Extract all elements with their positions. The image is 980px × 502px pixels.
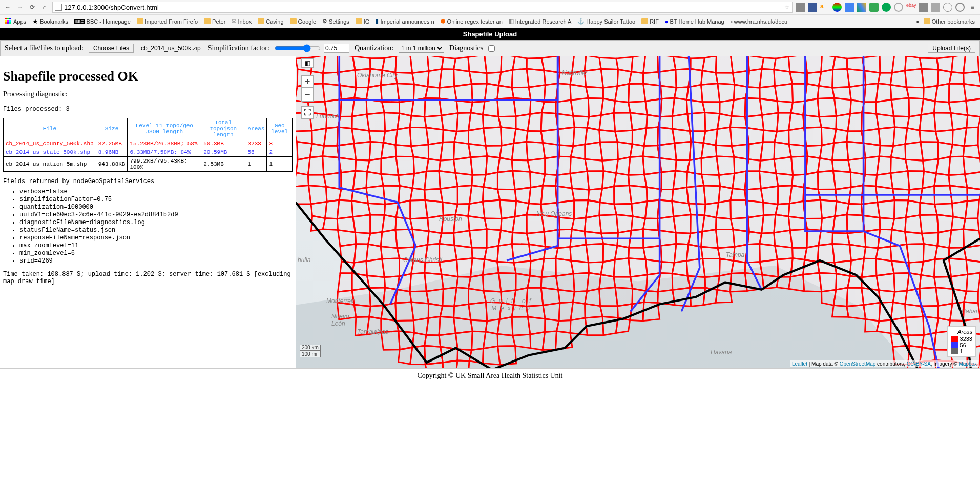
bookmark-item[interactable]: ▫www.hra.nhs.uk/docu xyxy=(728,17,789,26)
bookmark-label: Settings xyxy=(329,18,349,25)
bookmark-item[interactable]: BBCBBC - Homepage xyxy=(72,17,133,26)
bookmark-item[interactable]: ◧Integrated Research A xyxy=(507,17,573,26)
field-item: min_zoomlevel=6 xyxy=(19,250,293,257)
table-cell: 20.59MB xyxy=(201,148,245,157)
back-icon[interactable]: ← xyxy=(3,3,12,12)
map-label: Tampa xyxy=(726,251,744,258)
osm-link[interactable]: OpenStreetMap xyxy=(840,361,876,367)
bookmark-item[interactable]: ✉Inbox xyxy=(230,17,254,26)
legend-label: 1 xyxy=(960,348,963,354)
quantization-select[interactable]: 1 in 1 million xyxy=(399,44,444,53)
field-item: uuidV1=cfe60ec3-2c6e-441c-9029-ea2d8841b… xyxy=(19,211,293,218)
drive-icon[interactable] xyxy=(857,3,866,12)
ebay-icon[interactable]: ebay xyxy=(906,3,915,12)
bookmark-item[interactable]: ▮Imperial announces n xyxy=(373,17,436,26)
map-label: Houston xyxy=(439,215,462,223)
zoom-in-button[interactable]: + xyxy=(301,75,314,88)
reload-icon[interactable]: ⟳ xyxy=(28,3,37,12)
map-label: Bahar xyxy=(962,308,978,315)
results-pane: Shapefile processed OK Processing diagno… xyxy=(0,56,296,368)
map-label: huila xyxy=(298,256,310,264)
legend-label: 3233 xyxy=(960,336,972,342)
table-cell: 56 xyxy=(245,148,267,157)
result-table: FileSizeLevel 11 topo/geo JSON lengthTot… xyxy=(3,118,293,172)
fields-returned-label: Fields returned by nodeGeoSpatialService… xyxy=(3,178,293,185)
map-overlay xyxy=(296,56,980,368)
ext-icon[interactable] xyxy=(882,3,891,12)
bookmark-folder[interactable]: RIF xyxy=(639,17,661,26)
fields-list: verbose=falsesimplificationFactor=0.75qu… xyxy=(3,188,293,265)
result-heading: Shapefile processed OK xyxy=(3,69,293,84)
bookmark-folder[interactable]: IG xyxy=(353,17,372,26)
table-cell: 3233 xyxy=(245,139,267,148)
map[interactable]: huila Monterrey Nuevo León Tamaulipas Lu… xyxy=(296,56,980,368)
bookmark-folder[interactable]: Caving xyxy=(256,17,285,26)
bookmark-label: Imported From Firefo xyxy=(145,18,198,25)
table-row: cb_2014_us_nation_5m.shp943.88KB799.2KB/… xyxy=(4,157,293,172)
diagnostics-label: Diagnostics xyxy=(449,44,483,52)
upload-button[interactable]: Upload File(s) xyxy=(928,44,975,53)
star-icon[interactable]: ☆ xyxy=(784,4,790,11)
menu-icon[interactable]: ≡ xyxy=(968,3,977,12)
gear-icon: ⚙ xyxy=(322,18,327,25)
forward-icon[interactable]: → xyxy=(15,3,25,12)
bookmark-folder[interactable]: Imported From Firefo xyxy=(135,17,200,26)
cc-link[interactable]: CC-BY-SA xyxy=(907,361,931,367)
bookmark-label: IG xyxy=(364,18,370,25)
url-input[interactable] xyxy=(64,4,782,11)
table-header: Geo level xyxy=(267,118,293,139)
field-item: srid=4269 xyxy=(19,257,293,265)
folder-icon xyxy=(924,18,930,24)
bookmark-item[interactable]: ⚙Settings xyxy=(320,17,351,26)
attrib-text: contributors, xyxy=(875,361,907,367)
ext-icon[interactable] xyxy=(796,3,805,12)
layers-toggle[interactable]: ◧ xyxy=(301,58,314,68)
ext-icon[interactable] xyxy=(943,3,952,12)
ext-icon[interactable] xyxy=(869,3,879,12)
ext-icon[interactable] xyxy=(808,3,817,12)
bookmark-item[interactable]: ⬢Online regex tester an xyxy=(439,17,505,26)
scale-mi: 100 mi xyxy=(300,351,321,357)
amazon-icon[interactable]: a xyxy=(820,3,829,12)
page-icon: ◧ xyxy=(509,18,514,25)
table-cell: 2.53MB xyxy=(201,157,245,172)
attrib-text: , Imagery © xyxy=(931,361,959,367)
bookmark-item[interactable]: ●BT Home Hub Manag xyxy=(663,17,726,26)
page-icon: ● xyxy=(665,18,669,25)
apps-shortcut[interactable]: Apps xyxy=(3,17,28,26)
choose-files-button[interactable]: Choose Files xyxy=(89,44,134,53)
bookmark-item[interactable]: ⚓Happy Sailor Tattoo xyxy=(575,17,637,26)
bookmark-label: www.hra.nhs.uk/docu xyxy=(734,18,788,25)
other-bookmarks[interactable]: Other bookmarks xyxy=(922,17,977,26)
zoom-out-button[interactable]: − xyxy=(301,88,314,102)
leaflet-link[interactable]: Leaflet xyxy=(792,361,807,367)
simplification-slider-wrap xyxy=(275,44,349,53)
page-icon: ▫ xyxy=(731,18,733,25)
ext-icon[interactable] xyxy=(845,3,854,12)
address-bar[interactable]: ☆ xyxy=(52,2,793,13)
ext-icon[interactable] xyxy=(894,3,903,12)
table-cell: 32.25MB xyxy=(96,139,128,148)
diagnostics-checkbox[interactable] xyxy=(488,45,495,52)
table-cell: 8.96MB xyxy=(96,148,128,157)
home-icon[interactable]: ⌂ xyxy=(40,3,49,12)
table-row: cb_2014_us_county_500k.shp32.25MB15.23MB… xyxy=(4,139,293,148)
ext-icon[interactable] xyxy=(832,3,842,12)
table-cell: 1 xyxy=(245,157,267,172)
ext-icon[interactable] xyxy=(955,3,965,12)
table-cell: cb_2014_us_state_500k.shp xyxy=(4,148,96,157)
map-pane[interactable]: huila Monterrey Nuevo León Tamaulipas Lu… xyxy=(296,56,980,368)
mapbox-link[interactable]: Mapbox xyxy=(958,361,977,367)
field-item: max_zoomlevel=11 xyxy=(19,242,293,249)
bookmark-folder[interactable]: Google xyxy=(288,17,318,26)
bookmark-item[interactable]: ★Bookmarks xyxy=(30,16,70,26)
ext-icon[interactable] xyxy=(919,3,928,12)
map-legend: Areas 3233561 xyxy=(947,326,976,357)
fullscreen-button[interactable]: ⛶ xyxy=(301,106,314,119)
simplification-slider[interactable] xyxy=(275,44,321,52)
ext-icon[interactable] xyxy=(931,3,940,12)
legend-label: 56 xyxy=(960,342,966,348)
bookmark-folder[interactable]: Peter xyxy=(202,17,227,26)
overflow-icon[interactable]: » xyxy=(916,18,920,25)
simplification-input[interactable] xyxy=(324,44,349,53)
